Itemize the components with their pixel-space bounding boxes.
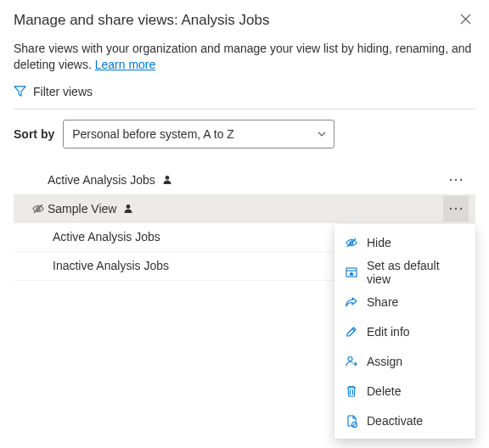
- view-row[interactable]: Sample View: [14, 194, 475, 223]
- chevron-down-icon: [317, 129, 327, 139]
- close-button[interactable]: [455, 8, 475, 29]
- ctx-label: Set as default view: [367, 259, 465, 286]
- svg-line-15: [352, 328, 355, 331]
- svg-point-9: [460, 208, 462, 210]
- svg-point-6: [126, 204, 131, 209]
- svg-point-1: [450, 179, 452, 181]
- person-icon: [123, 204, 133, 214]
- context-menu: Hide Set as default view Share Edit info…: [334, 224, 475, 439]
- ctx-label: Edit info: [367, 325, 410, 339]
- view-label: Inactive Analysis Jobs: [48, 259, 169, 272]
- more-button[interactable]: [443, 167, 469, 193]
- svg-point-0: [165, 176, 169, 180]
- sort-bar: Sort by Personal before system, A to Z: [14, 120, 475, 148]
- more-icon: [449, 207, 463, 210]
- svg-marker-14: [349, 272, 354, 277]
- view-label: Active Analysis Jobs: [48, 230, 160, 244]
- person-icon: [162, 175, 172, 185]
- description-text: Share views with your organization and m…: [14, 42, 471, 71]
- divider: [14, 109, 475, 109]
- view-label: Sample View: [48, 202, 116, 216]
- sort-selected-value: Personal before system, A to Z: [72, 127, 234, 141]
- edit-icon: [345, 325, 358, 339]
- learn-more-link[interactable]: Learn more: [95, 58, 156, 71]
- svg-point-16: [348, 356, 352, 361]
- ctx-label: Hide: [367, 236, 391, 249]
- ctx-label: Assign: [367, 355, 402, 368]
- sort-by-label: Sort by: [14, 127, 54, 141]
- panel-header: Manage and share views: Analysis Jobs: [14, 8, 475, 29]
- ctx-edit[interactable]: Edit info: [334, 316, 475, 346]
- filter-icon: [14, 85, 26, 98]
- ctx-label: Deactivate: [367, 414, 423, 428]
- filter-views-label: Filter views: [33, 85, 93, 98]
- ctx-label: Delete: [367, 384, 401, 398]
- svg-point-7: [450, 208, 452, 210]
- ctx-label: Share: [367, 295, 398, 309]
- ctx-share[interactable]: Share: [334, 287, 475, 316]
- ctx-assign[interactable]: Assign: [334, 346, 475, 376]
- panel-description: Share views with your organization and m…: [14, 41, 475, 73]
- ctx-delete[interactable]: Delete: [334, 376, 475, 406]
- more-icon: [449, 178, 463, 182]
- view-row[interactable]: Active Analysis Jobs: [14, 165, 475, 194]
- filter-views-button[interactable]: Filter views: [14, 85, 475, 107]
- close-icon: [460, 14, 471, 25]
- ctx-deactivate[interactable]: Deactivate: [334, 406, 475, 435]
- hidden-icon: [29, 202, 48, 216]
- ctx-set-default[interactable]: Set as default view: [334, 257, 475, 287]
- ctx-hide[interactable]: Hide: [334, 227, 475, 257]
- sort-dropdown[interactable]: Personal before system, A to Z: [63, 120, 334, 148]
- svg-point-2: [455, 179, 457, 181]
- hide-icon: [345, 236, 358, 249]
- assign-icon: [345, 355, 358, 368]
- more-button[interactable]: [443, 196, 469, 221]
- default-icon: [345, 266, 358, 279]
- panel-title: Manage and share views: Analysis Jobs: [14, 8, 269, 29]
- delete-icon: [345, 384, 358, 398]
- svg-point-8: [455, 208, 457, 210]
- deactivate-icon: [345, 414, 358, 428]
- view-label: Active Analysis Jobs: [48, 173, 155, 187]
- share-icon: [345, 295, 358, 309]
- svg-point-3: [460, 179, 462, 181]
